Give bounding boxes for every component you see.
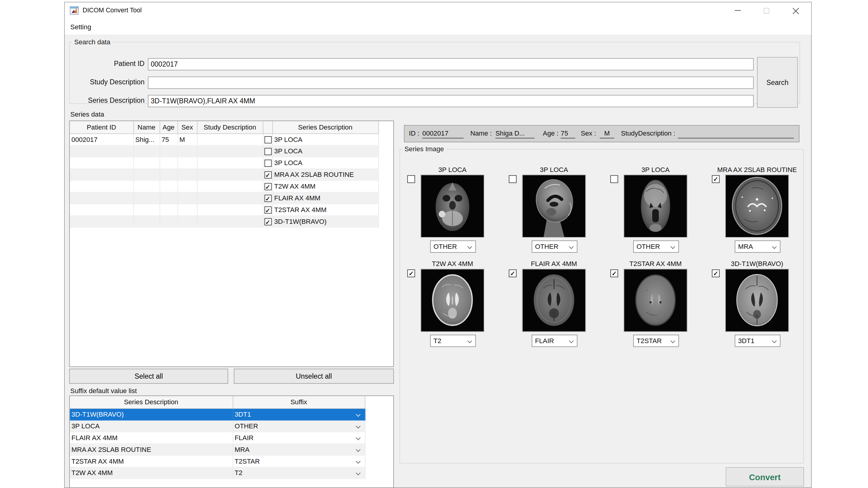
mri-thumbnail-t2-axial[interactable] [421, 269, 484, 332]
table-row[interactable]: 3P LOCA [70, 157, 378, 169]
suffix-dropdown[interactable]: OTHER [633, 240, 679, 253]
mri-thumbnail-mra-axial[interactable] [725, 175, 789, 238]
name-value: Shiga D... [495, 130, 535, 138]
series-title: T2STAR AX 4MM [607, 259, 705, 268]
chevron-down-icon[interactable] [355, 458, 361, 463]
series-checkbox[interactable] [264, 136, 272, 143]
chevron-down-icon [670, 244, 675, 249]
col-checkbox [263, 121, 272, 133]
series-checkbox[interactable]: ✓ [264, 195, 272, 202]
col-patient-id: Patient ID [70, 121, 133, 133]
chevron-down-icon[interactable] [355, 424, 361, 428]
series-image-group-label: Series Image [402, 145, 446, 153]
image-checkbox[interactable] [407, 175, 415, 183]
series-image-card: T2STAR AX 4MM ✓ [607, 259, 708, 354]
series-image-grid: 3P LOCA [403, 165, 809, 354]
table-row[interactable]: MRA AX 2SLAB ROUTINE MRA [70, 444, 365, 455]
series-checkbox[interactable]: ✓ [264, 183, 272, 190]
suffix-dropdown[interactable]: FLAIR [532, 335, 578, 347]
image-checkbox[interactable]: ✓ [509, 269, 517, 277]
table-row[interactable]: 3P LOCA [70, 145, 378, 157]
suffix-list-panel: Series Description Suffix 3D-T1W(BRAVO) … [69, 395, 394, 488]
series-table-header: Patient ID Name Age Sex Study Descriptio… [70, 121, 378, 133]
close-icon [792, 7, 799, 14]
table-row[interactable]: ✓ MRA AX 2SLAB ROUTINE [70, 168, 378, 180]
chevron-down-icon [772, 338, 777, 343]
table-row[interactable]: 0002017 Shig... 75 M 3P LOCA [70, 133, 378, 145]
col-series-description: Series Description [272, 121, 378, 133]
sex-value: M [600, 130, 614, 138]
series-description-input[interactable] [148, 95, 754, 107]
titlebar: DICOM Convert Tool [65, 2, 811, 19]
patient-id-input[interactable] [148, 58, 754, 70]
series-image-card: MRA AX 2SLAB ROUTINE ✓ [708, 165, 809, 259]
series-checkbox[interactable] [264, 148, 272, 155]
suffix-dropdown[interactable]: T2STAR [633, 335, 679, 347]
image-checkbox[interactable]: ✓ [610, 269, 618, 277]
table-row[interactable]: 3P LOCA OTHER [70, 420, 365, 432]
mri-thumbnail-t2star-axial[interactable] [624, 269, 687, 332]
search-button[interactable]: Search [757, 57, 798, 107]
search-group: Search data Patient ID Study Description… [69, 38, 800, 104]
mri-thumbnail-coronal[interactable] [624, 175, 687, 238]
chevron-down-icon [467, 338, 472, 343]
mri-thumbnail-axial-skull-base[interactable] [421, 175, 484, 238]
table-row[interactable]: ✓ FLAIR AX 4MM [70, 192, 378, 204]
image-checkbox[interactable]: ✓ [407, 269, 415, 277]
suffix-dropdown[interactable]: T2 [430, 335, 476, 347]
chevron-down-icon [467, 244, 472, 249]
id-label: ID : [409, 130, 420, 138]
series-image-card: FLAIR AX 4MM ✓ [505, 259, 607, 354]
chevron-down-icon[interactable] [355, 412, 361, 417]
image-checkbox[interactable] [610, 175, 618, 183]
col-age: Age [160, 121, 178, 133]
unselect-all-button[interactable]: Unselect all [234, 369, 394, 384]
mri-thumbnail-sagittal[interactable] [522, 175, 586, 238]
image-checkbox[interactable]: ✓ [712, 269, 720, 277]
close-button[interactable] [781, 2, 810, 19]
table-row[interactable]: ✓ 3D-T1W(BRAVO) [70, 216, 378, 227]
series-checkbox[interactable]: ✓ [264, 171, 272, 178]
desktop: DICOM Convert Tool Setting Search data P… [0, 0, 868, 488]
image-checkbox[interactable]: ✓ [712, 175, 720, 183]
convert-button[interactable]: Convert [726, 467, 804, 487]
suffix-dropdown[interactable]: MRA [735, 240, 781, 253]
table-row[interactable]: FLAIR AX 4MM FLAIR [70, 432, 365, 444]
suffix-dropdown[interactable]: OTHER [430, 240, 476, 253]
study-description-input[interactable] [148, 76, 754, 89]
chevron-down-icon[interactable] [355, 447, 361, 452]
suffix-dropdown[interactable]: OTHER [532, 240, 578, 253]
series-title: T2W AX 4MM [403, 259, 501, 268]
series-image-card: 3P LOCA [403, 165, 505, 259]
menubar: Setting [65, 19, 811, 35]
series-title: MRA AX 2SLAB ROUTINE [708, 165, 806, 174]
age-value: 75 [561, 130, 575, 138]
minimize-icon [735, 10, 741, 11]
menu-setting[interactable]: Setting [70, 23, 91, 31]
suffix-table: Series Description Suffix 3D-T1W(BRAVO) … [70, 396, 365, 479]
series-checkbox[interactable] [264, 159, 272, 167]
chevron-down-icon [569, 244, 574, 249]
image-checkbox[interactable] [509, 175, 517, 183]
table-row[interactable]: ✓ T2STAR AX 4MM [70, 204, 378, 216]
table-row[interactable]: ✓ T2W AX 4MM [70, 180, 378, 192]
age-label: Age : [543, 130, 558, 138]
chevron-down-icon[interactable] [355, 470, 361, 475]
suffix-list-label: Suffix default value list [70, 387, 137, 395]
series-image-card: 3P LOCA [607, 165, 708, 259]
minimize-button[interactable] [723, 2, 752, 19]
select-all-button[interactable]: Select all [69, 369, 228, 384]
suffix-dropdown[interactable]: 3DT1 [735, 335, 781, 347]
series-image-card: 3D-T1W(BRAVO) ✓ [708, 259, 809, 354]
table-row-selected[interactable]: 3D-T1W(BRAVO) 3DT1 [70, 408, 365, 420]
chevron-down-icon[interactable] [355, 435, 361, 440]
chevron-down-icon [670, 338, 675, 343]
table-row[interactable]: T2STAR AX 4MM T2STAR [70, 455, 365, 467]
maximize-button[interactable] [752, 2, 781, 19]
mri-thumbnail-t1-axial[interactable] [725, 269, 789, 332]
series-checkbox[interactable]: ✓ [264, 206, 272, 214]
table-row[interactable]: T2W AX 4MM T2 [70, 467, 365, 479]
series-checkbox[interactable]: ✓ [264, 218, 272, 225]
study-description-value [678, 130, 794, 138]
mri-thumbnail-flair-axial[interactable] [522, 269, 586, 332]
